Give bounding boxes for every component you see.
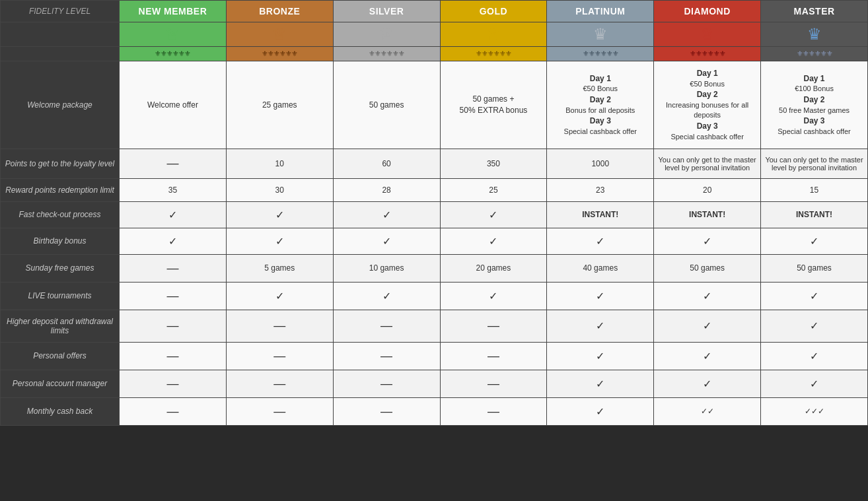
- icons-row: ⚜⚜⚜⚜⚜⚜ ⚜⚜⚜⚜⚜⚜ ⚜⚜⚜⚜⚜⚜ ⚜⚜⚜⚜⚜⚜ ⚜⚜⚜⚜⚜⚜ ⚜⚜⚜⚜⚜…: [1, 47, 868, 61]
- checkout-bronze: ✓: [226, 201, 333, 228]
- cashback-row: Monthly cash back — — — — ✓ ✓✓ ✓✓✓: [1, 397, 868, 425]
- live-bronze: ✓: [226, 282, 333, 310]
- personal-offers-master: ✓: [761, 342, 868, 370]
- crown-new: ♛: [120, 22, 227, 47]
- sunday-silver: 10 games: [333, 254, 440, 282]
- reward-gold: 25: [440, 178, 547, 201]
- sunday-row: Sunday free games — 5 games 10 games 20 …: [1, 254, 868, 282]
- live-gold: ✓: [440, 282, 547, 310]
- crown-silver: ♛: [333, 22, 440, 47]
- personal-offers-row: Personal offers — — — — ✓ ✓ ✓: [1, 342, 868, 370]
- sunday-new: —: [120, 254, 227, 282]
- sunday-label: Sunday free games: [1, 254, 120, 282]
- cashback-label: Monthly cash back: [1, 397, 120, 425]
- sunday-diamond: 50 games: [654, 254, 761, 282]
- live-silver: ✓: [333, 282, 440, 310]
- crown-master: ♛: [761, 22, 868, 47]
- fidelity-comparison-table: FIDELITY LEVEL NEW MEMBER BRONZE SILVER …: [0, 0, 868, 426]
- header-diamond: DIAMOND: [654, 1, 761, 22]
- personal-offers-new: —: [120, 342, 227, 370]
- welcome-diamond: Day 1 €50 Bonus Day 2 Increasing bonuses…: [654, 61, 761, 149]
- welcome-master: Day 1 €100 Bonus Day 2 50 free Master ga…: [761, 61, 868, 149]
- icons-gold: ⚜⚜⚜⚜⚜⚜: [440, 47, 547, 61]
- checkout-silver: ✓: [333, 201, 440, 228]
- personal-manager-silver: —: [333, 370, 440, 397]
- birthday-new: ✓: [120, 228, 227, 254]
- cashback-gold: —: [440, 397, 547, 425]
- personal-manager-row: Personal account manager — — — — ✓ ✓ ✓: [1, 370, 868, 397]
- higher-diamond: ✓: [654, 310, 761, 342]
- higher-platinum: ✓: [547, 310, 654, 342]
- birthday-row: Birthday bonus ✓ ✓ ✓ ✓ ✓ ✓ ✓: [1, 228, 868, 254]
- checkout-platinum: INSTANT!: [547, 201, 654, 228]
- reward-diamond: 20: [654, 178, 761, 201]
- checkout-label: Fast check-out process: [1, 201, 120, 228]
- personal-offers-label: Personal offers: [1, 342, 120, 370]
- crown-row: ♛ ♛ ♛ ♛ ♛ ♛ ♛: [1, 22, 868, 47]
- header-bronze: BRONZE: [226, 1, 333, 22]
- header-silver: SILVER: [333, 1, 440, 22]
- personal-manager-label: Personal account manager: [1, 370, 120, 397]
- crown-gold: ♛: [440, 22, 547, 47]
- checkout-gold: ✓: [440, 201, 547, 228]
- icons-diamond: ⚜⚜⚜⚜⚜⚜: [654, 47, 761, 61]
- birthday-bronze: ✓: [226, 228, 333, 254]
- cashback-silver: —: [333, 397, 440, 425]
- header-gold: GOLD: [440, 1, 547, 22]
- sunday-gold: 20 games: [440, 254, 547, 282]
- icons-new: ⚜⚜⚜⚜⚜⚜: [120, 47, 227, 61]
- live-diamond: ✓: [654, 282, 761, 310]
- reward-silver: 28: [333, 178, 440, 201]
- fidelity-table-wrapper: FIDELITY LEVEL NEW MEMBER BRONZE SILVER …: [0, 0, 868, 426]
- birthday-label: Birthday bonus: [1, 228, 120, 254]
- points-row: Points to get to the loyalty level — 10 …: [1, 149, 868, 178]
- live-label: LIVE tournaments: [1, 282, 120, 310]
- live-master: ✓: [761, 282, 868, 310]
- icons-platinum: ⚜⚜⚜⚜⚜⚜: [547, 47, 654, 61]
- welcome-platinum: Day 1 €50 Bonus Day 2 Bonus for all depo…: [547, 61, 654, 149]
- checkout-row: Fast check-out process ✓ ✓ ✓ ✓ INSTANT! …: [1, 201, 868, 228]
- birthday-master: ✓: [761, 228, 868, 254]
- points-silver: 60: [333, 149, 440, 178]
- personal-manager-platinum: ✓: [547, 370, 654, 397]
- points-bronze: 10: [226, 149, 333, 178]
- points-platinum: 1000: [547, 149, 654, 178]
- higher-new: —: [120, 310, 227, 342]
- checkout-new: ✓: [120, 201, 227, 228]
- personal-manager-bronze: —: [226, 370, 333, 397]
- personal-manager-diamond: ✓: [654, 370, 761, 397]
- higher-silver: —: [333, 310, 440, 342]
- welcome-new: Welcome offer: [120, 61, 227, 149]
- live-row: LIVE tournaments — ✓ ✓ ✓ ✓ ✓ ✓: [1, 282, 868, 310]
- higher-bronze: —: [226, 310, 333, 342]
- header-new-member: NEW MEMBER: [120, 1, 227, 22]
- icons-silver: ⚜⚜⚜⚜⚜⚜: [333, 47, 440, 61]
- personal-offers-diamond: ✓: [654, 342, 761, 370]
- reward-limit-row: Reward points redemption limit 35 30 28 …: [1, 178, 868, 201]
- crown-bronze: ♛: [226, 22, 333, 47]
- personal-manager-gold: —: [440, 370, 547, 397]
- personal-offers-bronze: —: [226, 342, 333, 370]
- header-master: MASTER: [761, 1, 868, 22]
- cashback-platinum: ✓: [547, 397, 654, 425]
- checkout-master: INSTANT!: [761, 201, 868, 228]
- reward-bronze: 30: [226, 178, 333, 201]
- reward-platinum: 23: [547, 178, 654, 201]
- higher-gold: —: [440, 310, 547, 342]
- sunday-bronze: 5 games: [226, 254, 333, 282]
- icons-master: ⚜⚜⚜⚜⚜⚜: [761, 47, 868, 61]
- cashback-new: —: [120, 397, 227, 425]
- cashback-master: ✓✓✓: [761, 397, 868, 425]
- checkout-diamond: INSTANT!: [654, 201, 761, 228]
- sunday-platinum: 40 games: [547, 254, 654, 282]
- crown-diamond: ♛: [654, 22, 761, 47]
- live-platinum: ✓: [547, 282, 654, 310]
- reward-limit-label: Reward points redemption limit: [1, 178, 120, 201]
- header-platinum: PLATINUM: [547, 1, 654, 22]
- personal-manager-master: ✓: [761, 370, 868, 397]
- personal-manager-new: —: [120, 370, 227, 397]
- higher-limits-row: Higher deposit and withdrawal limits — —…: [1, 310, 868, 342]
- points-diamond: You can only get to the master level by …: [654, 149, 761, 178]
- higher-master: ✓: [761, 310, 868, 342]
- personal-offers-silver: —: [333, 342, 440, 370]
